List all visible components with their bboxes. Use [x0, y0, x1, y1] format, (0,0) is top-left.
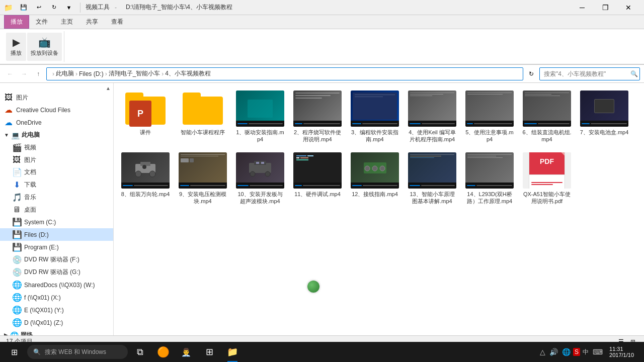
search-input[interactable] — [539, 67, 640, 80]
app-btn-professor[interactable]: 👨‍💼 — [175, 342, 197, 362]
tab-tools[interactable]: 播放 — [4, 15, 29, 29]
file-item-4[interactable]: 4、使用Keil 编写单片机程序指南.mp4 — [405, 87, 460, 147]
search-submit-btn[interactable]: 🔍 — [630, 70, 638, 77]
v4-track — [422, 123, 455, 124]
file-item-13[interactable]: 13、智能小车原理图基本讲解.mp4 — [405, 149, 460, 209]
up-btn[interactable]: ↑ — [32, 68, 44, 80]
tab-view[interactable]: 查看 — [105, 15, 130, 29]
quick-save[interactable]: 💾 — [18, 2, 30, 14]
v6-l2 — [525, 94, 551, 95]
tab-file[interactable]: 文件 — [29, 15, 54, 29]
sidebar-item-d-z[interactable]: 🌐 D (\\Qx01) (Z:) — [0, 316, 113, 329]
v8-robot-svg — [130, 158, 160, 178]
quick-customize[interactable]: ▼ — [63, 2, 75, 14]
file-item-9[interactable]: 9、安装电压检测模块.mp4 — [175, 149, 230, 209]
start-button[interactable]: ⊞ — [2, 342, 26, 362]
sidebar-scroll-up[interactable]: ▲ — [104, 85, 112, 92]
sidebar-item-e-y[interactable]: 🌐 E (\\QX01) (Y:) — [0, 304, 113, 316]
tray-keyboard[interactable]: ⌨ — [591, 348, 604, 356]
sidebar-item-dvd-g[interactable]: 💿 DVD RW 驱动器 (G:) — [0, 266, 113, 279]
close-btn[interactable]: ✕ — [617, 0, 640, 15]
app-btn-explorer[interactable]: 📁 — [221, 342, 244, 362]
tray-network[interactable]: 🌐 — [560, 348, 572, 356]
app-btn-orange[interactable]: 🟠 — [152, 342, 174, 362]
tray-arrow[interactable]: △ — [538, 348, 547, 356]
sidebar-item-desktop[interactable]: 🖥 桌面 — [0, 204, 113, 216]
app-btn-grid[interactable]: ⊞ — [198, 342, 220, 362]
v5-preview — [465, 90, 514, 127]
address-bar: ← → ↑ › 此电脑 › Files (D:) › 清翔电子_智能小车 › 4… — [0, 65, 644, 83]
crumb-car[interactable]: 清翔电子_智能小车 — [109, 69, 160, 78]
ribbon-play[interactable]: ▶ 播放 — [6, 33, 26, 61]
svg-rect-10 — [261, 162, 264, 164]
tray-clock[interactable]: 11:312017/1/10 — [605, 346, 638, 358]
sidebar-section-network[interactable]: ▶ 🌐 网络 — [0, 329, 113, 335]
quick-undo[interactable]: ↩ — [33, 2, 45, 14]
file-item-8[interactable]: 8、组装万向轮.mp4 — [118, 149, 173, 209]
v14-l3 — [467, 157, 503, 158]
v9-controls — [179, 183, 227, 189]
crumb-pc[interactable]: 此电脑 — [56, 69, 74, 78]
v5-thumb — [465, 90, 514, 127]
tab-share[interactable]: 共享 — [79, 15, 105, 29]
v12-controls — [351, 183, 399, 189]
sidebar-item-documents[interactable]: 📄 文档 — [0, 166, 113, 178]
sidebar-section-thispc[interactable]: ▼ 💻 此电脑 — [0, 129, 113, 141]
content-area: P 课件 智能小车课程程序 — [114, 83, 644, 335]
sidebar-item-program-e[interactable]: 💾 Program (E:) — [0, 241, 113, 253]
refresh-btn[interactable]: ↻ — [525, 68, 537, 80]
file-item-3[interactable]: 3、编程软件安装指南.mp4 — [347, 87, 403, 147]
v5-progress — [467, 123, 473, 124]
file-item-12[interactable]: 12、接线指南.mp4 — [347, 149, 403, 209]
v2-thumb — [293, 90, 342, 127]
file-item-10[interactable]: 10、安装开发板与超声波模块.mp4 — [232, 149, 288, 209]
sidebar-label-files-d: Files (D:) — [24, 231, 49, 238]
sidebar-item-onedrive[interactable]: ☁ OneDrive — [0, 116, 113, 129]
file-item-1[interactable]: 1、驱动安装指南.mp4 — [232, 87, 288, 147]
forward-btn[interactable]: → — [18, 68, 30, 80]
v11-str — [300, 157, 308, 158]
folder-body2 — [183, 97, 223, 125]
sidebar-item-creative-cloud[interactable]: ☁ Creative Cloud Files — [0, 104, 113, 116]
v6-progress — [524, 123, 537, 124]
sidebar-item-dvd-f[interactable]: 💿 DVD RW 驱动器 (F:) — [0, 253, 113, 266]
restore-btn[interactable]: ❐ — [594, 0, 617, 15]
file-item-11[interactable]: 11、硬件调试.mp4 — [290, 149, 345, 209]
tab-home[interactable]: 主页 — [54, 15, 79, 29]
sidebar-item-pictures2[interactable]: 🖼 图片 — [0, 154, 113, 166]
file-item-6[interactable]: 6、组装直流电机组.mp4 — [519, 87, 575, 147]
file-item-14[interactable]: 14、L293D(双H桥路）工作原理.mp4 — [462, 149, 517, 209]
crumb-video[interactable]: 4、小车视频教程 — [165, 69, 211, 78]
sidebar-item-shared-w[interactable]: 🌐 SharedDocs (\\QX03) (W:) — [0, 279, 113, 291]
v12-name: 12、接线指南.mp4 — [352, 191, 398, 198]
ribbon-cast[interactable]: 📺 投放到设备 — [27, 33, 62, 61]
file-item-5[interactable]: 5、使用注意事项.mp4 — [462, 87, 517, 147]
taskbar-search[interactable]: 🔍 搜索 WEB 和 Windows — [27, 345, 128, 359]
play-label: 播放 — [11, 49, 22, 57]
pdf-l1 — [531, 182, 562, 183]
svg-rect-9 — [256, 162, 259, 164]
sidebar-item-system-c[interactable]: 💾 System (C:) — [0, 216, 113, 228]
minimize-btn[interactable]: ─ — [571, 0, 594, 15]
sidebar-item-files-d[interactable]: 💾 Files (D:) — [0, 228, 113, 241]
sidebar-item-downloads[interactable]: ⬇ 下载 — [0, 178, 113, 191]
file-item-program[interactable]: 智能小车课程程序 — [175, 87, 230, 147]
crumb-d[interactable]: Files (D:) — [79, 70, 104, 77]
sidebar-item-music[interactable]: 🎵 音乐 — [0, 191, 113, 204]
quick-redo[interactable]: ↻ — [48, 2, 60, 14]
address-path[interactable]: › 此电脑 › Files (D:) › 清翔电子_智能小车 › 4、小车视频教… — [46, 67, 523, 80]
sidebar-item-videos[interactable]: 🎬 视频 — [0, 141, 113, 154]
file-item-course[interactable]: P 课件 — [118, 87, 173, 147]
v14-name: 14、L293D(双H桥路）工作原理.mp4 — [464, 191, 515, 205]
sidebar-item-f-x[interactable]: 🌐 f (\\Qx01) (X:) — [0, 291, 113, 304]
v6-thumb — [523, 90, 571, 127]
file-item-pdf[interactable]: PDF QX-A51智能小车使用说明书.pdf — [519, 149, 575, 209]
sidebar-label-d-z: D (\\Qx01) (Z:) — [24, 319, 63, 326]
task-view-btn[interactable]: ⧉ — [129, 342, 151, 362]
v9-thumb — [179, 152, 227, 189]
back-btn[interactable]: ← — [4, 68, 16, 80]
file-item-7[interactable]: 7、安装电池盒.mp4 — [577, 87, 632, 147]
tray-speaker[interactable]: 🔊 — [548, 348, 559, 356]
file-item-2[interactable]: 2、程序烧写软件使用说明.mp4 — [290, 87, 345, 147]
sidebar-item-pictures[interactable]: 🖼 图片 — [0, 92, 113, 104]
